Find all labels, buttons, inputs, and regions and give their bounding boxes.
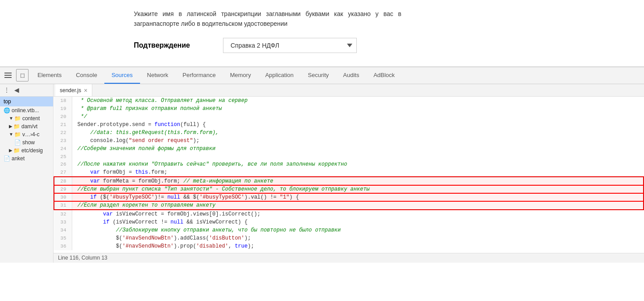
svg-rect-2 bbox=[4, 77, 12, 78]
svg-rect-0 bbox=[4, 73, 12, 73]
line-number: 31 bbox=[54, 201, 72, 210]
arrow-right-icon: ▶ bbox=[9, 124, 12, 129]
line-code: //После нажатия кнопки "Отправить сейчас… bbox=[72, 160, 644, 168]
line-number: 27 bbox=[54, 168, 72, 177]
table-row: 18 * Основной метод класса. Отправляет д… bbox=[54, 97, 644, 105]
sidebar-item-anket[interactable]: 📄 anket bbox=[0, 155, 53, 163]
line-number: 26 bbox=[54, 160, 72, 168]
code-table: 18 * Основной метод класса. Отправляет д… bbox=[54, 97, 644, 251]
line-code: * Основной метод класса. Отправляет данн… bbox=[72, 97, 644, 105]
table-row: 23 console.log("send order request"); bbox=[54, 137, 644, 145]
line-number: 28 bbox=[54, 177, 72, 185]
devtools-menu-icon[interactable] bbox=[2, 69, 14, 81]
file-tab-close-icon[interactable]: × bbox=[84, 87, 87, 94]
tab-console[interactable]: Console bbox=[69, 67, 104, 84]
line-code bbox=[72, 153, 644, 161]
table-row: 34 //Заблокируем кнопку отправки анкеты,… bbox=[54, 226, 644, 234]
tab-performance[interactable]: Performance bbox=[175, 67, 223, 84]
code-editor[interactable]: 18 * Основной метод класса. Отправляет д… bbox=[54, 97, 644, 253]
sidebar-dam-label: dam/vt bbox=[21, 123, 37, 130]
tab-elements[interactable]: Elements bbox=[30, 67, 69, 84]
line-code: $('#navSendNowBtn').prop('disabled', tru… bbox=[72, 242, 644, 250]
line-code: var isViewCorrect = formObj.views[0].isC… bbox=[72, 210, 644, 218]
devtools-tab-bar: ⬚ Elements Console Sources Network Perfo… bbox=[0, 67, 644, 84]
line-number: 24 bbox=[54, 145, 72, 153]
table-row: 30 if ($('#busyTypeSOC')!= null && $('#b… bbox=[54, 193, 644, 201]
line-number: 18 bbox=[54, 97, 72, 105]
tab-network[interactable]: Network bbox=[140, 67, 176, 84]
table-row: 20 */ bbox=[54, 113, 644, 121]
arrow-down-icon-2: ▼ bbox=[9, 132, 13, 137]
form-label: Подтверждение bbox=[134, 41, 214, 49]
line-code: //Заблокируем кнопку отправки анкеты, чт… bbox=[72, 226, 644, 234]
main-panel: sender.js × 18 * Основной метод класса. … bbox=[54, 84, 644, 263]
table-row: 22 //data: this.getRequest(this.form.for… bbox=[54, 129, 644, 137]
tab-application[interactable]: Application bbox=[258, 67, 301, 84]
line-number: 22 bbox=[54, 129, 72, 137]
globe-icon: 🌐 bbox=[4, 107, 10, 114]
devtools-inspector-icon[interactable]: ⬚ bbox=[16, 69, 29, 81]
file-icon-2: 📄 bbox=[4, 155, 10, 162]
table-row: 25 bbox=[54, 153, 644, 161]
table-row: 33 if (isViewCorrect != null && isViewCo… bbox=[54, 218, 644, 226]
sidebar-item-top[interactable]: top bbox=[0, 97, 53, 106]
table-row: 19 * @param full признак отправки полной… bbox=[54, 105, 644, 113]
sidebar-item-show[interactable]: 📄 show bbox=[0, 138, 53, 146]
sidebar-anket-label: anket bbox=[12, 155, 25, 162]
document-select[interactable]: Справка 2 НДФЛПаспортВодительское удосто… bbox=[223, 38, 357, 53]
table-row: 28 var formMeta = formObj.form; // meta-… bbox=[54, 177, 644, 185]
tab-audits[interactable]: Audits bbox=[336, 67, 366, 84]
devtools-status-bar: Line 116, Column 13 bbox=[54, 253, 644, 263]
line-number: 19 bbox=[54, 105, 72, 113]
select-wrapper: Справка 2 НДФЛПаспортВодительское удосто… bbox=[223, 38, 357, 53]
sidebar-collapse-icon[interactable]: ◀ bbox=[12, 86, 21, 94]
line-number: 34 bbox=[54, 226, 72, 234]
table-row: 26//После нажатия кнопки "Отправить сейч… bbox=[54, 160, 644, 168]
line-code: //Соберём значения полей формы для отпра… bbox=[72, 145, 644, 153]
line-number: 23 bbox=[54, 137, 72, 145]
file-tab-sender[interactable]: sender.js × bbox=[55, 84, 92, 97]
line-number: 32 bbox=[54, 210, 72, 218]
top-content-area: Укажите имя в латинской транскрипции заг… bbox=[0, 0, 644, 67]
tab-memory[interactable]: Memory bbox=[223, 67, 258, 84]
svg-rect-1 bbox=[4, 75, 12, 76]
line-number: 33 bbox=[54, 218, 72, 226]
tab-security[interactable]: Security bbox=[301, 67, 336, 84]
file-tab-bar: sender.js × bbox=[54, 84, 644, 97]
tab-sources[interactable]: Sources bbox=[104, 67, 140, 84]
line-number: 30 bbox=[54, 193, 72, 201]
line-code: //data: this.getRequest(this.form.form), bbox=[72, 129, 644, 137]
line-number: 36 bbox=[54, 242, 72, 250]
devtools-panel: ⬚ Elements Console Sources Network Perfo… bbox=[0, 67, 644, 263]
sidebar-item-content[interactable]: ▼ 📁 content bbox=[0, 114, 53, 122]
arrow-right-icon-2: ▶ bbox=[9, 148, 12, 153]
line-code: //Если раздел коректен то отправляем анк… bbox=[72, 201, 644, 210]
folder-icon-2: 📁 bbox=[13, 123, 20, 130]
table-row: 35 $('#navSendNowBtn').addClass('disButt… bbox=[54, 234, 644, 242]
table-row: 31//Если раздел коректен то отправляем а… bbox=[54, 201, 644, 210]
sidebar-top-label: top bbox=[4, 98, 11, 105]
line-number: 25 bbox=[54, 153, 72, 161]
line-code: //Если выбран пункт списка "Тип занятост… bbox=[72, 185, 644, 193]
sidebar-item-v4c[interactable]: ▼ 📁 v…›4-c bbox=[0, 130, 53, 138]
sidebar-item-etcdesig[interactable]: ▶ 📁 etc/desig bbox=[0, 146, 53, 155]
file-tab-name: sender.js bbox=[60, 87, 81, 94]
line-code: var formMeta = formObj.form; // meta-инф… bbox=[72, 177, 644, 185]
line-code: $('#navSendNowBtn').addClass('disButton'… bbox=[72, 234, 644, 242]
line-code: if (isViewCorrect != null && isViewCorre… bbox=[72, 218, 644, 226]
devtools-body: ⋮ ◀ top 🌐 online.vtb... ▼ 📁 content ▶ 📁 … bbox=[0, 84, 644, 263]
line-code: if ($('#busyTypeSOC')!= null && $('#busy… bbox=[72, 193, 644, 201]
line-code: console.log("send order request"); bbox=[72, 137, 644, 145]
tab-adblock[interactable]: AdBlock bbox=[366, 67, 402, 84]
table-row: 29//Если выбран пункт списка "Тип занято… bbox=[54, 185, 644, 193]
line-number: 20 bbox=[54, 113, 72, 121]
folder-icon: 📁 bbox=[14, 115, 21, 122]
folder-icon-4: 📁 bbox=[13, 147, 20, 154]
sidebar-host-label: online.vtb... bbox=[12, 107, 39, 114]
line-code: */ bbox=[72, 113, 644, 121]
line-number: 29 bbox=[54, 185, 72, 193]
line-code: * @param full признак отправки полной ан… bbox=[72, 105, 644, 113]
sidebar-more-icon[interactable]: ⋮ bbox=[3, 86, 11, 94]
sidebar-item-dam[interactable]: ▶ 📁 dam/vt bbox=[0, 122, 53, 130]
sidebar-item-host[interactable]: 🌐 online.vtb... bbox=[0, 106, 53, 114]
